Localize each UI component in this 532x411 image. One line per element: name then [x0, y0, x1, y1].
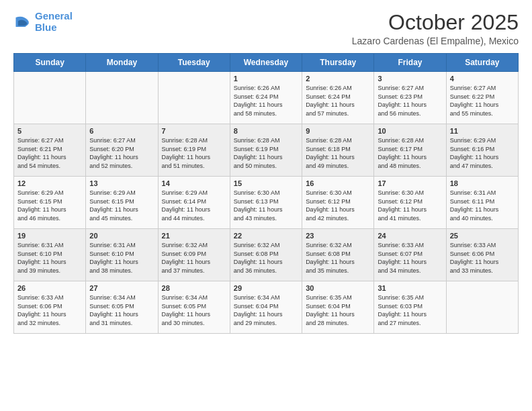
- calendar-cell: 17Sunrise: 6:30 AM Sunset: 6:12 PM Dayli…: [374, 177, 446, 229]
- day-number: 17: [378, 179, 442, 187]
- calendar-cell: 28Sunrise: 6:34 AM Sunset: 6:05 PM Dayli…: [158, 281, 230, 334]
- day-number: 30: [306, 284, 370, 292]
- day-number: 5: [17, 127, 82, 135]
- day-info: Sunrise: 6:30 AM Sunset: 6:13 PM Dayligh…: [234, 189, 298, 222]
- calendar-cell: 25Sunrise: 6:33 AM Sunset: 6:06 PM Dayli…: [446, 229, 518, 281]
- day-info: Sunrise: 6:26 AM Sunset: 6:24 PM Dayligh…: [234, 84, 298, 118]
- calendar-cell: 20Sunrise: 6:31 AM Sunset: 6:10 PM Dayli…: [86, 229, 158, 281]
- day-number: 31: [378, 284, 442, 292]
- calendar-cell: 10Sunrise: 6:28 AM Sunset: 6:17 PM Dayli…: [374, 124, 446, 177]
- calendar-cell: 2Sunrise: 6:26 AM Sunset: 6:24 PM Daylig…: [302, 72, 374, 124]
- calendar-cell: 13Sunrise: 6:29 AM Sunset: 6:15 PM Dayli…: [86, 177, 158, 229]
- calendar-cell: 15Sunrise: 6:30 AM Sunset: 6:13 PM Dayli…: [230, 177, 302, 229]
- day-info: Sunrise: 6:32 AM Sunset: 6:08 PM Dayligh…: [234, 241, 298, 275]
- day-number: 22: [234, 232, 298, 240]
- day-number: 26: [17, 284, 82, 292]
- day-info: Sunrise: 6:28 AM Sunset: 6:19 PM Dayligh…: [234, 136, 298, 170]
- calendar-cell: 26Sunrise: 6:33 AM Sunset: 6:06 PM Dayli…: [14, 281, 86, 334]
- day-number: 24: [378, 232, 442, 240]
- day-number: 20: [89, 232, 154, 240]
- day-number: 13: [89, 179, 154, 187]
- day-info: Sunrise: 6:34 AM Sunset: 6:05 PM Dayligh…: [89, 293, 154, 327]
- day-number: 1: [234, 75, 298, 83]
- day-info: Sunrise: 6:27 AM Sunset: 6:21 PM Dayligh…: [17, 136, 82, 170]
- day-number: 14: [162, 179, 226, 187]
- calendar-cell: 31Sunrise: 6:35 AM Sunset: 6:03 PM Dayli…: [374, 281, 446, 334]
- day-info: Sunrise: 6:29 AM Sunset: 6:16 PM Dayligh…: [450, 136, 515, 170]
- calendar-header-row: SundayMondayTuesdayWednesdayThursdayFrid…: [14, 54, 519, 72]
- day-number: 23: [306, 232, 370, 240]
- calendar-cell: 23Sunrise: 6:32 AM Sunset: 6:08 PM Dayli…: [302, 229, 374, 281]
- day-number: 19: [17, 232, 82, 240]
- calendar-cell: 14Sunrise: 6:29 AM Sunset: 6:14 PM Dayli…: [158, 177, 230, 229]
- day-info: Sunrise: 6:28 AM Sunset: 6:19 PM Dayligh…: [162, 136, 226, 170]
- logo-text: General Blue: [35, 11, 73, 33]
- logo: General Blue: [13, 11, 73, 33]
- day-info: Sunrise: 6:28 AM Sunset: 6:18 PM Dayligh…: [306, 136, 370, 170]
- day-number: 8: [234, 127, 298, 135]
- day-info: Sunrise: 6:29 AM Sunset: 6:15 PM Dayligh…: [89, 189, 154, 222]
- day-number: 21: [162, 232, 226, 240]
- day-number: 10: [378, 127, 442, 135]
- calendar-table: SundayMondayTuesdayWednesdayThursdayFrid…: [13, 53, 519, 334]
- day-number: 7: [162, 127, 226, 135]
- calendar-cell: [446, 281, 518, 334]
- calendar-cell: 12Sunrise: 6:29 AM Sunset: 6:15 PM Dayli…: [14, 177, 86, 229]
- day-info: Sunrise: 6:33 AM Sunset: 6:06 PM Dayligh…: [17, 293, 82, 327]
- month-title: October 2025: [352, 11, 519, 34]
- calendar-cell: 24Sunrise: 6:33 AM Sunset: 6:07 PM Dayli…: [374, 229, 446, 281]
- day-info: Sunrise: 6:27 AM Sunset: 6:22 PM Dayligh…: [450, 84, 515, 118]
- day-info: Sunrise: 6:31 AM Sunset: 6:10 PM Dayligh…: [17, 241, 82, 275]
- calendar-cell: 9Sunrise: 6:28 AM Sunset: 6:18 PM Daylig…: [302, 124, 374, 177]
- day-info: Sunrise: 6:27 AM Sunset: 6:23 PM Dayligh…: [378, 84, 442, 118]
- weekday-header-sunday: Sunday: [14, 54, 86, 72]
- calendar-cell: 5Sunrise: 6:27 AM Sunset: 6:21 PM Daylig…: [14, 124, 86, 177]
- day-number: 28: [162, 284, 226, 292]
- page: General Blue October 2025 Lazaro Cardena…: [0, 0, 532, 411]
- day-info: Sunrise: 6:30 AM Sunset: 6:12 PM Dayligh…: [306, 189, 370, 222]
- day-number: 11: [450, 127, 515, 135]
- day-number: 3: [378, 75, 442, 83]
- calendar-cell: 3Sunrise: 6:27 AM Sunset: 6:23 PM Daylig…: [374, 72, 446, 124]
- day-number: 29: [234, 284, 298, 292]
- calendar-week-row: 12Sunrise: 6:29 AM Sunset: 6:15 PM Dayli…: [14, 177, 519, 229]
- day-info: Sunrise: 6:31 AM Sunset: 6:10 PM Dayligh…: [89, 241, 154, 275]
- day-info: Sunrise: 6:30 AM Sunset: 6:12 PM Dayligh…: [378, 189, 442, 222]
- title-block: October 2025 Lazaro Cardenas (El Empalme…: [352, 11, 519, 46]
- calendar-week-row: 26Sunrise: 6:33 AM Sunset: 6:06 PM Dayli…: [14, 281, 519, 334]
- calendar-cell: 11Sunrise: 6:29 AM Sunset: 6:16 PM Dayli…: [446, 124, 518, 177]
- day-info: Sunrise: 6:31 AM Sunset: 6:11 PM Dayligh…: [450, 189, 515, 222]
- calendar-cell: 21Sunrise: 6:32 AM Sunset: 6:09 PM Dayli…: [158, 229, 230, 281]
- day-info: Sunrise: 6:28 AM Sunset: 6:17 PM Dayligh…: [378, 136, 442, 170]
- calendar-cell: [158, 72, 230, 124]
- calendar-week-row: 5Sunrise: 6:27 AM Sunset: 6:21 PM Daylig…: [14, 124, 519, 177]
- calendar-cell: 6Sunrise: 6:27 AM Sunset: 6:20 PM Daylig…: [86, 124, 158, 177]
- day-number: 18: [450, 179, 515, 187]
- day-number: 27: [89, 284, 154, 292]
- weekday-header-monday: Monday: [86, 54, 158, 72]
- calendar-cell: 7Sunrise: 6:28 AM Sunset: 6:19 PM Daylig…: [158, 124, 230, 177]
- location-title: Lazaro Cardenas (El Empalme), Mexico: [352, 36, 519, 46]
- day-info: Sunrise: 6:29 AM Sunset: 6:14 PM Dayligh…: [162, 189, 226, 222]
- day-info: Sunrise: 6:32 AM Sunset: 6:08 PM Dayligh…: [306, 241, 370, 275]
- calendar-cell: 30Sunrise: 6:35 AM Sunset: 6:04 PM Dayli…: [302, 281, 374, 334]
- calendar-cell: 4Sunrise: 6:27 AM Sunset: 6:22 PM Daylig…: [446, 72, 518, 124]
- calendar-cell: [14, 72, 86, 124]
- day-number: 4: [450, 75, 515, 83]
- day-number: 15: [234, 179, 298, 187]
- day-info: Sunrise: 6:26 AM Sunset: 6:24 PM Dayligh…: [306, 84, 370, 118]
- day-number: 25: [450, 232, 515, 240]
- calendar-cell: 19Sunrise: 6:31 AM Sunset: 6:10 PM Dayli…: [14, 229, 86, 281]
- day-info: Sunrise: 6:33 AM Sunset: 6:07 PM Dayligh…: [378, 241, 442, 275]
- calendar-week-row: 1Sunrise: 6:26 AM Sunset: 6:24 PM Daylig…: [14, 72, 519, 124]
- weekday-header-saturday: Saturday: [446, 54, 518, 72]
- calendar-cell: [86, 72, 158, 124]
- weekday-header-wednesday: Wednesday: [230, 54, 302, 72]
- day-info: Sunrise: 6:32 AM Sunset: 6:09 PM Dayligh…: [162, 241, 226, 275]
- day-number: 12: [17, 179, 82, 187]
- calendar-cell: 27Sunrise: 6:34 AM Sunset: 6:05 PM Dayli…: [86, 281, 158, 334]
- day-info: Sunrise: 6:34 AM Sunset: 6:04 PM Dayligh…: [234, 293, 298, 327]
- calendar-cell: 22Sunrise: 6:32 AM Sunset: 6:08 PM Dayli…: [230, 229, 302, 281]
- day-number: 9: [306, 127, 370, 135]
- calendar-cell: 1Sunrise: 6:26 AM Sunset: 6:24 PM Daylig…: [230, 72, 302, 124]
